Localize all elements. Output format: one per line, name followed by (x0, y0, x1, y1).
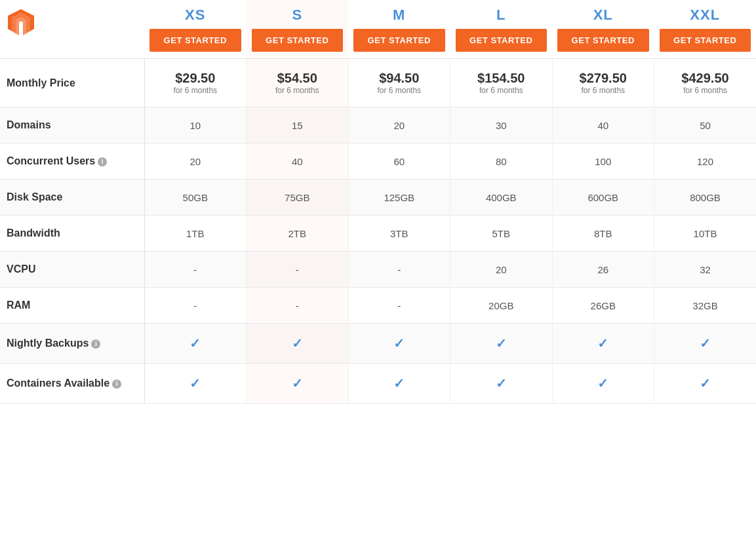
checkmark-7-2: ✓ (393, 336, 405, 351)
get-started-btn-m[interactable]: GET STARTED (353, 29, 445, 52)
cell-5-0: - (144, 252, 247, 288)
cell-value-5-2: - (397, 264, 401, 275)
get-started-btn-xl[interactable]: GET STARTED (557, 29, 649, 52)
cell-2-1: 40 (247, 144, 349, 180)
cell-value-2-3: 80 (496, 156, 507, 167)
cell-3-5: 800GB (654, 180, 757, 216)
cell-1-5: 50 (654, 107, 757, 144)
info-icon-2[interactable]: i (98, 157, 107, 166)
price-amount-1: $54.50 (252, 71, 343, 86)
plan-col-xl: XL GET STARTED (552, 0, 654, 59)
cell-0-1: $54.50 for 6 months (247, 59, 349, 107)
plan-col-l: L GET STARTED (450, 0, 553, 59)
row-ram: RAM---20GB26GB32GB (0, 288, 756, 324)
cell-0-2: $94.50 for 6 months (348, 59, 450, 107)
row-concurrent-users: Concurrent Usersi20406080100120 (0, 144, 756, 180)
cell-8-1: ✓ (247, 364, 349, 404)
cell-3-3: 400GB (450, 180, 553, 216)
plan-col-s: S GET STARTED (247, 0, 349, 59)
cell-4-3: 5TB (450, 216, 553, 252)
cell-2-0: 20 (144, 144, 247, 180)
cell-value-5-3: 20 (496, 264, 507, 275)
cell-5-1: - (247, 252, 349, 288)
get-started-btn-xxl[interactable]: GET STARTED (660, 29, 751, 52)
cell-6-5: 32GB (654, 288, 757, 324)
get-started-btn-s[interactable]: GET STARTED (252, 29, 344, 52)
row-label-0: Monthly Price (0, 59, 144, 107)
row-label-text-6: RAM (7, 299, 30, 311)
price-amount-2: $94.50 (354, 71, 445, 86)
row-label-6: RAM (0, 288, 144, 324)
cell-7-5: ✓ (654, 324, 757, 364)
price-amount-0: $29.50 (150, 71, 241, 86)
cell-0-5: $429.50 for 6 months (654, 59, 757, 107)
cell-value-4-3: 5TB (492, 228, 510, 239)
cell-value-5-1: - (296, 264, 299, 275)
cell-0-3: $154.50 for 6 months (450, 59, 553, 107)
cell-6-4: 26GB (552, 288, 654, 324)
cell-7-3: ✓ (450, 324, 553, 364)
cell-value-2-0: 20 (189, 156, 201, 167)
cell-8-3: ✓ (450, 364, 553, 404)
cell-6-1: - (247, 288, 349, 324)
cell-3-4: 600GB (552, 180, 654, 216)
row-label-text-7: Nightly Backups (7, 337, 89, 349)
cell-value-3-2: 125GB (384, 192, 414, 203)
row-label-4: Bandwidth (0, 216, 144, 252)
cell-7-2: ✓ (348, 324, 450, 364)
price-period-1: for 6 months (252, 86, 343, 95)
cell-5-4: 26 (552, 252, 654, 288)
cell-5-3: 20 (450, 252, 553, 288)
row-label-text-3: Disk Space (7, 191, 62, 202)
cell-value-6-0: - (193, 300, 197, 311)
cell-8-2: ✓ (348, 364, 450, 404)
checkmark-7-3: ✓ (496, 336, 507, 351)
cell-value-5-4: 26 (597, 264, 608, 275)
magento-logo-icon (5, 7, 37, 38)
cell-value-3-1: 75GB (285, 192, 309, 203)
cell-6-2: - (348, 288, 450, 324)
cell-value-2-1: 40 (292, 156, 303, 167)
price-amount-4: $279.50 (558, 71, 649, 86)
cell-2-2: 60 (348, 144, 450, 180)
info-icon-8[interactable]: i (112, 379, 121, 389)
plan-name-xxl: XXL (660, 7, 751, 24)
cell-value-1-3: 30 (496, 120, 507, 131)
plan-name-l: L (456, 7, 547, 24)
row-label-2: Concurrent Usersi (0, 144, 144, 180)
cell-1-2: 20 (348, 107, 450, 144)
row-label-8: Containers Availablei (0, 364, 144, 404)
price-amount-3: $154.50 (456, 71, 547, 86)
row-nightly-backups: Nightly Backupsi✓✓✓✓✓✓ (0, 324, 756, 364)
cell-4-0: 1TB (144, 216, 247, 252)
logo-cell (0, 0, 144, 59)
row-label-1: Domains (0, 107, 144, 144)
row-label-3: Disk Space (0, 180, 144, 216)
info-icon-7[interactable]: i (91, 339, 100, 349)
cell-6-3: 20GB (450, 288, 553, 324)
cell-value-4-4: 8TB (594, 228, 612, 239)
cell-value-3-3: 400GB (486, 192, 517, 203)
cell-value-4-0: 1TB (186, 228, 205, 239)
get-started-btn-l[interactable]: GET STARTED (456, 29, 547, 52)
cell-8-4: ✓ (552, 364, 654, 404)
checkmark-8-5: ✓ (700, 376, 711, 391)
cell-7-0: ✓ (144, 324, 247, 364)
price-period-0: for 6 months (150, 86, 241, 95)
cell-8-5: ✓ (654, 364, 757, 404)
logo-wrapper (5, 7, 139, 38)
cell-value-6-1: - (296, 300, 299, 311)
price-amount-5: $429.50 (660, 71, 751, 86)
cell-value-1-2: 20 (393, 120, 405, 131)
cell-value-1-1: 15 (292, 120, 303, 131)
page-wrapper: XS GET STARTED S GET STARTED M GET START… (0, 0, 756, 559)
cell-2-4: 100 (552, 144, 654, 180)
price-period-4: for 6 months (558, 86, 649, 95)
cell-value-3-5: 800GB (690, 192, 721, 203)
cell-4-1: 2TB (247, 216, 349, 252)
cell-3-1: 75GB (247, 180, 349, 216)
row-label-7: Nightly Backupsi (0, 324, 144, 364)
get-started-btn-xs[interactable]: GET STARTED (149, 29, 241, 52)
row-domains: Domains101520304050 (0, 107, 756, 144)
checkmark-8-1: ✓ (292, 376, 303, 391)
